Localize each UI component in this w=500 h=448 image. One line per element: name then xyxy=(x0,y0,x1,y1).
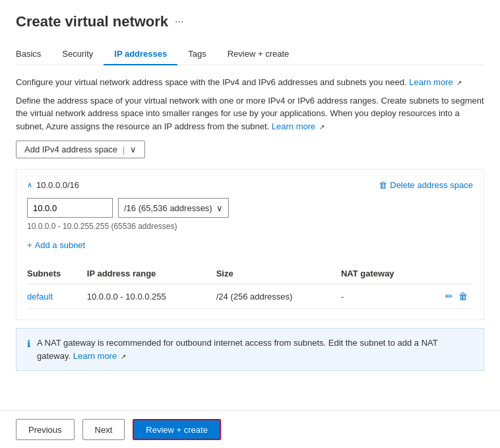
nat-external-link-icon: ↗ xyxy=(121,353,126,360)
plus-icon: + xyxy=(27,240,32,250)
delete-subnet-icon[interactable]: 🗑 xyxy=(458,291,468,302)
tab-tags[interactable]: Tags xyxy=(177,44,216,65)
col-size: Size xyxy=(216,263,341,284)
collapse-icon[interactable]: ∧ xyxy=(27,181,32,189)
prefix-label: /16 (65,536 addresses) xyxy=(124,203,212,213)
table-row: default 10.0.0.0 - 10.0.0.255 /24 (256 a… xyxy=(27,284,473,309)
review-create-button[interactable]: Review + create xyxy=(133,419,221,440)
delete-icon: 🗑 xyxy=(379,180,387,190)
address-space-header: ∧ 10.0.0.0/16 🗑 Delete address space xyxy=(27,180,473,190)
tab-bar: Basics Security IP addresses Tags Review… xyxy=(16,44,484,65)
col-ip-range: IP address range xyxy=(87,263,216,284)
nat-notification-text: A NAT gateway is recommended for outboun… xyxy=(37,336,473,362)
previous-button[interactable]: Previous xyxy=(16,419,75,440)
delete-label: Delete address space xyxy=(390,180,473,190)
dropdown-arrow-icon: ∨ xyxy=(130,144,137,154)
page-title: Create virtual network xyxy=(16,13,168,30)
nat-learn-more-link[interactable]: Learn more xyxy=(73,351,117,361)
row-action-icons: ✏ 🗑 xyxy=(431,291,468,302)
external-link-icon-2: ↗ xyxy=(319,123,325,131)
learn-more-link-2[interactable]: Learn more xyxy=(272,121,315,131)
subnet-size: /24 (256 addresses) xyxy=(216,284,341,309)
dropdown-chevron-icon: ∨ xyxy=(216,203,223,213)
edit-subnet-icon[interactable]: ✏ xyxy=(445,291,453,302)
next-button[interactable]: Next xyxy=(82,419,125,440)
col-subnets: Subnets xyxy=(27,263,87,284)
table-header-row: Subnets IP address range Size NAT gatewa… xyxy=(27,263,473,284)
delete-address-space-link[interactable]: 🗑 Delete address space xyxy=(379,180,473,190)
subnet-ip-range: 10.0.0.0 - 10.0.0.255 xyxy=(87,284,216,309)
add-subnet-label: Add a subnet xyxy=(35,240,86,250)
info-icon: ℹ xyxy=(27,337,30,351)
col-actions xyxy=(431,263,473,284)
tab-security[interactable]: Security xyxy=(51,44,104,65)
nat-notification: ℹ A NAT gateway is recommended for outbo… xyxy=(16,328,484,371)
learn-more-link-1[interactable]: Learn more xyxy=(409,77,453,87)
description-line1: Configure your virtual network address s… xyxy=(16,77,407,87)
subnet-name-link[interactable]: default xyxy=(27,292,53,302)
tab-ip-addresses[interactable]: IP addresses xyxy=(104,44,177,65)
subnet-nat-gateway: - xyxy=(341,284,431,309)
add-ipv4-label: Add IPv4 address space xyxy=(24,144,117,154)
page-header: Create virtual network ··· xyxy=(16,13,484,30)
prefix-dropdown[interactable]: /16 (65,536 addresses) ∨ xyxy=(118,198,229,218)
address-space-cidr: 10.0.0.0/16 xyxy=(36,180,79,190)
external-link-icon-1: ↗ xyxy=(456,79,462,86)
address-space-box: ∧ 10.0.0.0/16 🗑 Delete address space /16… xyxy=(16,169,484,320)
divider: | xyxy=(123,145,125,154)
ip-input-row: /16 (65,536 addresses) ∨ xyxy=(27,198,473,218)
footer: Previous Next Review + create xyxy=(0,410,500,448)
col-nat-gateway: NAT gateway xyxy=(341,263,431,284)
add-subnet-button[interactable]: + Add a subnet xyxy=(27,238,85,253)
add-ipv4-button[interactable]: Add IPv4 address space | ∨ xyxy=(16,141,145,158)
tab-basics[interactable]: Basics xyxy=(16,44,51,65)
ip-range-hint: 10.0.0.0 - 10.0.255.255 (65536 addresses… xyxy=(27,222,473,231)
more-options-icon[interactable]: ··· xyxy=(175,16,183,28)
subnet-table: Subnets IP address range Size NAT gatewa… xyxy=(27,263,473,309)
tab-review-create[interactable]: Review + create xyxy=(217,44,300,65)
description-block: Configure your virtual network address s… xyxy=(16,76,484,133)
address-space-title: ∧ 10.0.0.0/16 xyxy=(27,180,79,190)
ip-address-input[interactable] xyxy=(27,198,113,218)
description-line2: Define the address space of your virtual… xyxy=(16,96,484,131)
